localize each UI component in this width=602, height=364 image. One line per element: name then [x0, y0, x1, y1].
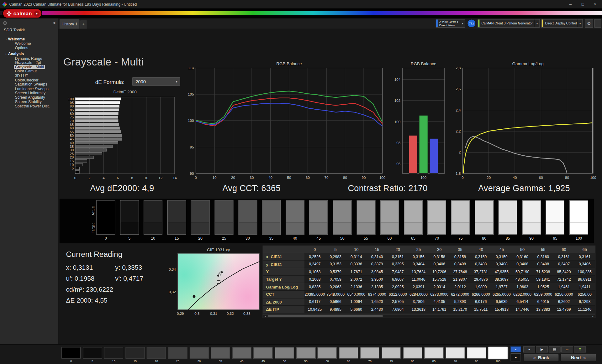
sidebar-item-screen-stability[interactable]: Screen Stability [14, 100, 43, 104]
calman-dropdown-icon[interactable]: ▼ [34, 11, 40, 16]
new-tab-button[interactable]: + [80, 20, 87, 29]
next-button[interactable]: Next » [561, 354, 596, 362]
svg-text:102: 102 [394, 98, 400, 102]
sidebar-item-welcome[interactable]: Welcome [14, 41, 32, 46]
close-button[interactable]: × [589, 0, 601, 8]
pattern-level-40[interactable]: 40 [232, 347, 251, 363]
pattern-level-25[interactable]: 25 [168, 347, 187, 363]
cell-e-itp-45: 15,4918 [491, 307, 512, 311]
display-control-selector[interactable]: Direct Display Control ▾ [541, 19, 583, 28]
pattern-level-5[interactable]: 5 [83, 347, 102, 363]
de-formula-select[interactable]: 2000 ▾ [132, 77, 180, 86]
pattern-window-up-button[interactable]: ▲ [511, 346, 521, 352]
svg-text:100: 100 [590, 175, 596, 179]
pattern-stop-button[interactable]: ■ [511, 353, 521, 361]
sidebar-item-color-gamut[interactable]: Color Gamut [14, 69, 38, 74]
pattern-level-55[interactable]: 55 [296, 347, 315, 363]
pattern-level-35[interactable]: 35 [211, 347, 230, 363]
sidebar-section-welcome[interactable]: ›Welcome [0, 37, 58, 41]
pattern-level-50[interactable]: 50 [275, 347, 294, 363]
pattern-chip-55 [296, 347, 315, 359]
transport-buttons: ●▶▤∞⚙ [523, 346, 586, 353]
tab-history-1[interactable]: History 1 [60, 19, 80, 29]
pattern-chip-95 [467, 347, 486, 359]
back-button[interactable]: « Back [523, 354, 559, 362]
pattern-label-50: 50 [275, 359, 294, 363]
meter-selector[interactable]: X-Rite i1Pro 3 Direct View ▾ [436, 19, 465, 28]
pattern-level-80[interactable]: 80 [403, 347, 422, 363]
table-scrollbar[interactable]: ◂ ▸ [263, 314, 596, 318]
minimize-button[interactable]: – [564, 0, 577, 8]
pattern-level-45[interactable]: 45 [254, 347, 273, 363]
pattern-chip-30 [189, 347, 209, 359]
maximize-button[interactable]: □ [577, 0, 589, 8]
pattern-level-0[interactable]: 0 [61, 347, 81, 363]
next-label: Next [571, 355, 581, 360]
display-control-chevron-down-icon[interactable]: ▾ [578, 19, 583, 27]
pattern-level-20[interactable]: 20 [147, 347, 166, 363]
cell-target-y-15: 3,9500 [367, 277, 387, 281]
pattern-level-15[interactable]: 15 [125, 347, 145, 363]
connection-badge[interactable]: 711 [467, 19, 475, 27]
svg-text:15: 15 [70, 159, 74, 163]
sidebar-item-options[interactable]: Options [14, 45, 29, 50]
cell-gamma-log-log-65: 1,9411 [574, 285, 595, 289]
sidebar-section-analysis[interactable]: ›Analysis [0, 52, 58, 56]
pattern-level-85[interactable]: 85 [424, 347, 443, 363]
scroll-left-icon[interactable]: ◂ [263, 315, 267, 318]
save-button[interactable]: ▤ [549, 346, 561, 353]
meter-chevron-down-icon[interactable]: ▾ [460, 19, 465, 27]
scroll-right-icon[interactable]: ▸ [591, 315, 595, 318]
scrollbar-thumb[interactable] [267, 315, 383, 317]
collapse-sidebar-button[interactable]: ◀ [53, 21, 55, 24]
current-reading-value: x: 0,3131 [66, 264, 115, 271]
pin-icon[interactable] [3, 21, 7, 25]
sidebar-item-dynamic-range[interactable]: Dynamic Range [14, 56, 43, 61]
pattern-level-60[interactable]: 60 [318, 347, 337, 363]
sidebar-item-grayscale-2pt[interactable]: Grayscale - 2pt [14, 60, 42, 65]
swatch-actual-50 [333, 200, 351, 222]
sidebar-item-screen-angularity[interactable]: Screen Angularity [14, 95, 46, 100]
sidebar-item-grayscale-multi[interactable]: Grayscale - Multi [14, 65, 45, 69]
pattern-label-25: 25 [168, 359, 187, 363]
swatch-75 [451, 200, 470, 235]
record-button[interactable]: ● [523, 346, 535, 353]
cell-cct-0: 20395,0000 [304, 292, 325, 296]
calman-menu-button[interactable]: calman ▼ [3, 9, 42, 18]
pattern-chip-15 [125, 347, 145, 359]
play-button[interactable]: ▶ [536, 346, 548, 353]
sidebar-item-spectral-power-dist[interactable]: Spectral Power Dist. [14, 104, 51, 108]
sidebar-item-saturation-sweeps[interactable]: Saturation Sweeps [14, 82, 48, 87]
pattern-generator-chevron-down-icon[interactable]: ▾ [534, 19, 539, 27]
loop-icon: ∞ [566, 347, 568, 351]
pattern-level-95[interactable]: 95 [467, 347, 486, 363]
pattern-level-30[interactable]: 30 [189, 347, 209, 363]
pattern-generator-selector[interactable]: CalMAN Client 3 Pattern Generator ▾ [478, 19, 540, 28]
cell-target-y-50: 48,5055 [512, 277, 533, 281]
settings-button[interactable]: ⚙ [574, 346, 586, 353]
pattern-level-75[interactable]: 75 [382, 347, 401, 363]
cie-xtick-3: 0,32 [225, 311, 235, 315]
row-label-y-cie31: y: CIE31 [263, 261, 304, 268]
sidebar-item-3d-lut[interactable]: 3D LUT [14, 74, 29, 78]
pattern-level-10[interactable]: 10 [104, 347, 123, 363]
table-row-target-y: Target Y0,10630,70592,00723,95006,960711… [263, 276, 595, 283]
sidebar-item-screen-uniformity[interactable]: Screen Uniformity [14, 91, 47, 95]
pattern-level-65[interactable]: 65 [339, 347, 358, 363]
deltae-bar-85 [75, 108, 119, 111]
overflow-button[interactable] [594, 19, 601, 28]
cell-gamma-log-log-20: 2,0925 [388, 285, 408, 289]
settings-button[interactable]: ⚙ [585, 19, 593, 28]
calman-flower-icon [7, 11, 12, 16]
pattern-label-55: 55 [296, 359, 315, 363]
pattern-level-90[interactable]: 90 [446, 347, 465, 363]
cell-e-2000-55: 6,4015 [533, 300, 553, 304]
column-header-5: 5 [325, 247, 346, 252]
sidebar-item-colorchecker[interactable]: ColorChecker [14, 78, 40, 82]
pattern-level-100[interactable]: 100 [488, 347, 508, 363]
loop-button[interactable]: ∞ [561, 346, 573, 353]
play-icon: ▶ [541, 347, 543, 351]
current-reading-value: u': 0,1958 [66, 275, 115, 282]
sidebar-item-luminance-sweeps[interactable]: Luminance Sweeps [14, 86, 50, 91]
pattern-level-70[interactable]: 70 [360, 347, 379, 363]
